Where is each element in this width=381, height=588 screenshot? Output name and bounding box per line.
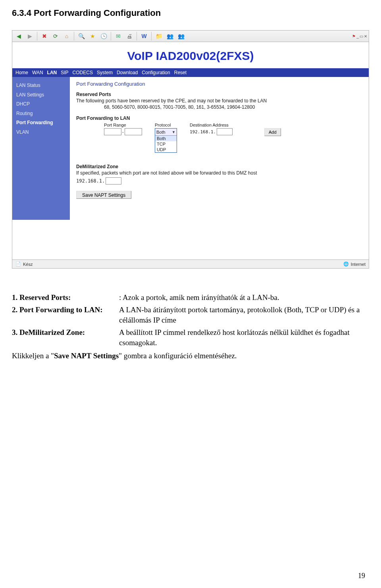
- reserved-ports-values: 68, 5060-5070, 8000-8015, 7001-7005, 80,…: [104, 104, 362, 110]
- nav-codecs[interactable]: CODECS: [73, 70, 93, 75]
- port-forwarding-heading: Port Forwarding to LAN: [76, 115, 362, 121]
- reserved-ports-heading: Reserved Ports: [76, 92, 362, 97]
- toolbar-separator: [151, 32, 152, 40]
- range-dash: -: [122, 129, 124, 134]
- desc-label-3: 3. DeMilitarized Zone:: [12, 327, 119, 348]
- home-icon[interactable]: ⌂: [62, 31, 71, 41]
- protocol-option-tcp[interactable]: TCP: [155, 141, 177, 147]
- history-icon[interactable]: 🕓: [99, 31, 108, 41]
- browser-toolbar: ◀ ▶ ✖ ⟳ ⌂ 🔍 ★ 🕓 ✉ 🖨 W 📁 👥 👥 ⚑ _ ▭ ✕: [12, 30, 369, 42]
- status-page-icon: 📄: [15, 261, 21, 267]
- window-controls: ⚑ _ ▭ ✕: [352, 34, 367, 38]
- protocol-option-udp[interactable]: UDP: [155, 147, 177, 152]
- toolbar-separator: [111, 32, 111, 40]
- dmz-last-octet-input[interactable]: [106, 177, 121, 184]
- port-to-input[interactable]: [125, 128, 142, 135]
- windows-flag-icon: ⚑: [352, 34, 356, 38]
- nav-configuration[interactable]: Configuration: [142, 70, 170, 75]
- desc-label-2: 2. Port Forwarding to LAN:: [12, 305, 119, 326]
- router-ui: VoIP IAD200v02(2FXS) Home WAN LAN SIP CO…: [12, 42, 369, 269]
- nav-system[interactable]: System: [97, 70, 113, 75]
- toolbar-separator: [74, 32, 74, 40]
- back-icon[interactable]: ◀: [14, 31, 23, 41]
- mail-icon[interactable]: ✉: [114, 31, 123, 41]
- toolbar-separator: [137, 32, 137, 40]
- dmz-prefix: 192.168.1.: [76, 178, 105, 184]
- status-text: Kész: [23, 262, 33, 267]
- page-number: 19: [358, 572, 365, 580]
- browser-statusbar: 📄 Kész 🌐 Internet: [12, 259, 369, 268]
- destination-prefix: 192.168.1.: [190, 129, 216, 135]
- col-port-range: Port Range: [104, 123, 148, 127]
- protocol-select[interactable]: Both ▼ Both TCP UDP: [155, 128, 177, 153]
- sidebar-item-dhcp[interactable]: DHCP: [12, 100, 70, 109]
- sidebar-item-routing[interactable]: Routing: [12, 109, 70, 119]
- col-protocol: Protocol: [155, 123, 183, 127]
- device-title: VoIP IAD200v02(2FXS): [12, 42, 369, 68]
- sidebar: LAN Status LAN Settings DHCP Routing Por…: [12, 77, 70, 220]
- content-title: Port Forwarding Configuration: [76, 81, 362, 87]
- messenger-icon[interactable]: 👥: [165, 31, 175, 41]
- reserved-ports-text: The following ports have been reserved b…: [76, 98, 362, 104]
- folder-icon[interactable]: 📁: [154, 31, 164, 41]
- window-close-icon[interactable]: ✕: [364, 34, 367, 38]
- refresh-icon[interactable]: ⟳: [51, 31, 60, 41]
- nav-reset[interactable]: Reset: [174, 70, 187, 75]
- nav-sip[interactable]: SIP: [61, 70, 68, 75]
- nav-home[interactable]: Home: [15, 70, 28, 75]
- zone-internet-icon: 🌐: [343, 261, 349, 267]
- sidebar-item-port-forwarding[interactable]: Port Forwarding: [12, 118, 70, 128]
- sidebar-item-lan-settings[interactable]: LAN Settings: [12, 90, 70, 100]
- destination-last-octet-input[interactable]: [217, 128, 233, 135]
- search-icon[interactable]: 🔍: [77, 31, 86, 41]
- forward-icon[interactable]: ▶: [25, 31, 35, 41]
- desc-save-line: Klikkeljen a "Save NAPT Settings" gombra…: [12, 351, 369, 361]
- word-icon[interactable]: W: [139, 31, 149, 41]
- add-button[interactable]: Add: [264, 128, 281, 136]
- protocol-selected: Both: [156, 130, 165, 135]
- print-icon[interactable]: 🖨: [125, 31, 134, 41]
- desc-label-1: 1. Reserved Ports:: [12, 292, 119, 303]
- toolbar-separator: [37, 32, 37, 40]
- dmz-text: If specified, packets which port are not…: [76, 170, 362, 176]
- stop-icon[interactable]: ✖: [40, 31, 49, 41]
- desc-text-1: : Azok a portok, amik nem irányíthatók á…: [119, 292, 369, 303]
- section-title: 6.3.4 Port Forwarding Configuration: [12, 8, 369, 18]
- sidebar-item-lan-status[interactable]: LAN Status: [12, 81, 70, 90]
- protocol-option-both[interactable]: Both: [155, 136, 177, 141]
- messenger2-icon[interactable]: 👥: [176, 31, 186, 41]
- nav-lan[interactable]: LAN: [47, 70, 57, 75]
- top-nav: Home WAN LAN SIP CODECS System Download …: [12, 68, 369, 77]
- sidebar-item-vlan[interactable]: VLAN: [12, 128, 70, 137]
- nav-download[interactable]: Download: [117, 70, 138, 75]
- window-minimize-icon[interactable]: _: [356, 34, 359, 38]
- dmz-heading: DeMilitarized Zone: [76, 164, 362, 169]
- chevron-down-icon: ▼: [172, 130, 175, 134]
- save-napt-button[interactable]: Save NAPT Settings: [76, 191, 131, 199]
- window-restore-icon[interactable]: ▭: [360, 34, 363, 38]
- favorites-icon[interactable]: ★: [88, 31, 97, 41]
- desc-text-2: A LAN-ba átirányított portok tartománya,…: [119, 305, 369, 326]
- description-block: 1. Reserved Ports: : Azok a portok, amik…: [12, 292, 369, 361]
- col-destination: Destination Address: [190, 123, 257, 127]
- port-from-input[interactable]: [104, 128, 121, 135]
- content-panel: Port Forwarding Configuration Reserved P…: [70, 77, 369, 220]
- zone-text: Internet: [351, 262, 366, 267]
- desc-text-3: A beállított IP címmel rendelkező host k…: [119, 327, 369, 348]
- nav-wan[interactable]: WAN: [32, 70, 43, 75]
